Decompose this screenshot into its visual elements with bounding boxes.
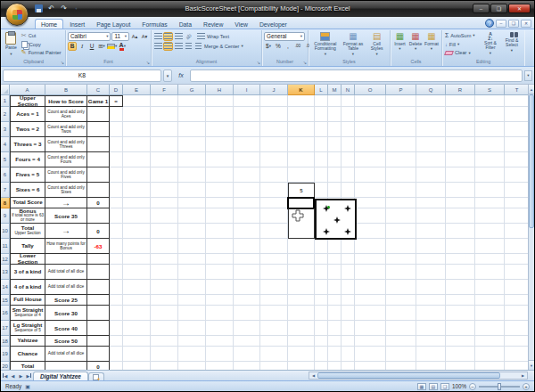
cell-G9[interactable] <box>178 208 206 224</box>
cell-K19[interactable] <box>288 347 315 362</box>
cell-S8[interactable] <box>475 198 505 208</box>
column-header-H[interactable]: H <box>206 85 234 95</box>
cell-A3[interactable]: Twos = 2 <box>10 122 45 137</box>
cell-H4[interactable] <box>206 137 234 152</box>
cell-Q8[interactable] <box>416 198 446 208</box>
cell-B3[interactable]: Count and add only Twos <box>45 122 87 137</box>
cell-T12[interactable] <box>505 254 530 265</box>
cell-E20[interactable] <box>123 362 151 370</box>
cell-R3[interactable] <box>446 122 475 137</box>
column-header-M[interactable]: M <box>328 85 342 95</box>
column-header-B[interactable]: B <box>45 85 87 95</box>
first-sheet-button[interactable]: ◀ <box>1 371 9 380</box>
italic-button[interactable]: I <box>78 42 86 51</box>
cell-P4[interactable] <box>386 137 416 152</box>
cell-N7[interactable] <box>342 183 355 198</box>
cell-G18[interactable] <box>178 336 206 347</box>
cell-H3[interactable] <box>206 122 234 137</box>
cell-L3[interactable] <box>315 122 328 137</box>
column-header-P[interactable]: P <box>386 85 416 95</box>
page-layout-view-button[interactable]: ▤ <box>429 383 438 390</box>
cell-P17[interactable] <box>386 321 416 336</box>
cell-H18[interactable] <box>206 336 234 347</box>
cell-N20[interactable] <box>342 362 355 370</box>
cell-F5[interactable] <box>151 152 178 167</box>
name-box[interactable]: K8 <box>3 69 161 82</box>
cell-N14[interactable] <box>342 280 355 295</box>
cell-A19[interactable]: Chance <box>10 347 45 362</box>
cell-O13[interactable] <box>355 265 386 280</box>
cell-G8[interactable] <box>178 198 206 208</box>
column-header-R[interactable]: R <box>446 85 475 95</box>
cell-N11[interactable] <box>342 239 355 254</box>
underline-button[interactable]: U <box>87 42 96 51</box>
help-button[interactable]: ? <box>485 19 494 28</box>
column-header-J[interactable]: J <box>260 85 288 95</box>
cell-R12[interactable] <box>446 254 475 265</box>
fill-color-button[interactable]: ▾ <box>107 42 117 51</box>
cell-J3[interactable] <box>260 122 288 137</box>
cell-B9[interactable]: Score 35 <box>45 208 87 224</box>
row-header-8[interactable]: 8 <box>1 198 10 208</box>
cell-B19[interactable]: Add total of all dice <box>45 347 87 362</box>
cell-E13[interactable] <box>123 265 151 280</box>
page-break-view-button[interactable]: ❏ <box>440 383 449 390</box>
cell-F16[interactable] <box>151 306 178 321</box>
sheet-tab-digital-yahtzee[interactable]: Digital Yahtzee <box>33 372 88 380</box>
cell-N6[interactable] <box>342 167 355 183</box>
merge-center-button[interactable]: Merge & Center▾ <box>203 42 244 51</box>
cell-K14[interactable] <box>288 280 315 295</box>
cell-L17[interactable] <box>315 321 328 336</box>
tab-view[interactable]: View <box>229 20 253 29</box>
cell-T14[interactable] <box>505 280 530 295</box>
cell-A4[interactable]: Threes = 3 <box>10 137 45 152</box>
zoom-in-button[interactable]: + <box>523 383 530 390</box>
dialog-launcher-icon[interactable]: ↘ <box>303 61 307 65</box>
cell-P19[interactable] <box>386 347 416 362</box>
row-header-15[interactable]: 15 <box>1 295 10 306</box>
cell-B10[interactable]: → <box>45 224 87 239</box>
cell-A14[interactable]: 4 of a kind <box>10 280 45 295</box>
cell-C19[interactable] <box>87 347 110 362</box>
column-header-A[interactable]: A <box>10 85 45 95</box>
cell-A20[interactable]: Total <box>10 362 45 370</box>
cell-G10[interactable] <box>178 224 206 239</box>
select-all-button[interactable] <box>1 85 10 95</box>
cell-P11[interactable] <box>386 239 416 254</box>
cell-H2[interactable] <box>206 107 234 122</box>
cell-I14[interactable] <box>234 280 260 295</box>
cell-C2[interactable] <box>87 107 110 122</box>
cell-P3[interactable] <box>386 122 416 137</box>
column-header-E[interactable]: E <box>123 85 151 95</box>
cell-G13[interactable] <box>178 265 206 280</box>
cell-K11[interactable] <box>288 239 315 254</box>
cell-P7[interactable] <box>386 183 416 198</box>
cell-K4[interactable] <box>288 137 315 152</box>
cell-S16[interactable] <box>475 306 505 321</box>
cell-N17[interactable] <box>342 321 355 336</box>
align-left-button[interactable] <box>153 42 162 51</box>
workbook-close-button[interactable]: ✕ <box>521 20 531 28</box>
cell-S1[interactable] <box>475 95 505 107</box>
cell-R6[interactable] <box>446 167 475 183</box>
cell-B15[interactable]: Score 25 <box>45 295 87 306</box>
cell-C9[interactable] <box>87 208 110 224</box>
cell-E1[interactable] <box>123 95 151 107</box>
cell-O11[interactable] <box>355 239 386 254</box>
cell-H19[interactable] <box>206 347 234 362</box>
cell-J2[interactable] <box>260 107 288 122</box>
cell-G20[interactable] <box>178 362 206 370</box>
cell-D1[interactable]: = <box>110 95 123 107</box>
cell-I4[interactable] <box>234 137 260 152</box>
row-header-13[interactable]: 13 <box>1 265 10 280</box>
cell-N3[interactable] <box>342 122 355 137</box>
cell-F14[interactable] <box>151 280 178 295</box>
cell-H5[interactable] <box>206 152 234 167</box>
cell-N5[interactable] <box>342 152 355 167</box>
cell-F9[interactable] <box>151 208 178 224</box>
insert-cells-button[interactable]: ▦ Insert▾ <box>392 31 407 57</box>
minimize-button[interactable]: – <box>473 4 490 13</box>
cell-J6[interactable] <box>260 167 288 183</box>
column-header-N[interactable]: N <box>342 85 355 95</box>
align-bottom-button[interactable] <box>174 32 183 41</box>
